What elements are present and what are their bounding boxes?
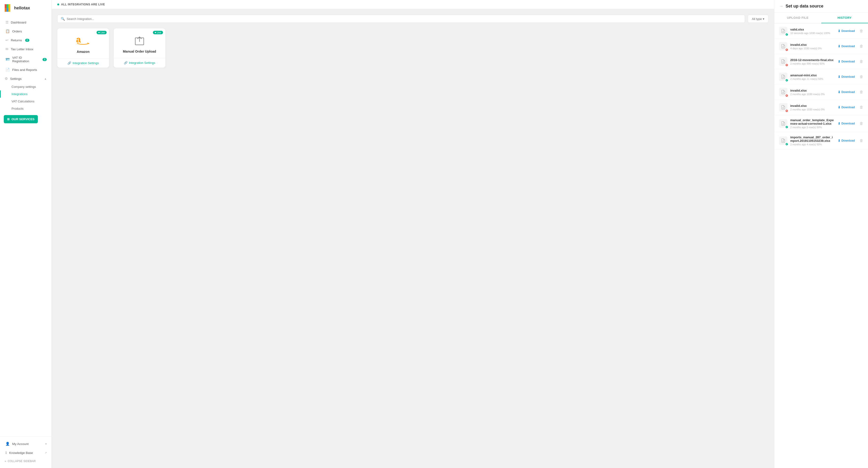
vat-id-badge: 8: [42, 58, 47, 61]
status-text: ALL INTEGRATIONS ARE LIVE: [61, 3, 105, 6]
history-item: ✕ 2016-12-movements-final.xlsx 2 months …: [774, 54, 868, 69]
download-label: Download: [841, 60, 855, 63]
sidebar-item-vat-calculations[interactable]: VAT Calculations: [0, 98, 52, 105]
manual-upload-card: Live Manual Order Upload 🔗 Integ: [114, 28, 165, 68]
manual-upload-card-footer: 🔗 Integration Settings: [114, 58, 165, 67]
file-svg: [781, 74, 785, 79]
collapse-label: COLLAPSE SIDEBAR: [8, 460, 36, 463]
file-name: amanual-mini.xlsx: [790, 73, 835, 77]
products-label: Products: [11, 107, 24, 111]
download-button[interactable]: ⬇ Download: [838, 139, 855, 143]
download-label: Download: [841, 75, 855, 79]
download-label: Download: [841, 106, 855, 109]
sidebar-item-dashboard[interactable]: ☰ Dashboard: [0, 18, 52, 27]
my-account-chevron-icon: ▾: [45, 442, 47, 445]
delete-button[interactable]: 🗑: [860, 44, 863, 49]
amazon-live-dot: [98, 32, 100, 33]
file-icon: ✓: [779, 119, 787, 128]
download-icon: ⬇: [838, 105, 840, 109]
delete-button[interactable]: 🗑: [860, 75, 863, 79]
our-services-button[interactable]: ⊞ OUR SERVICES: [4, 115, 38, 123]
download-label: Download: [841, 90, 855, 94]
download-button[interactable]: ⬇ Download: [838, 29, 855, 33]
sidebar-item-my-account[interactable]: 👤 My Account ▾: [0, 439, 52, 448]
file-icon: ✕: [779, 42, 787, 51]
sidebar-item-company-settings[interactable]: Company settings: [0, 83, 52, 90]
download-button[interactable]: ⬇ Download: [838, 60, 855, 63]
sidebar-item-integrations[interactable]: Integrations: [0, 90, 52, 98]
search-bar[interactable]: 🔍: [57, 15, 745, 23]
download-button[interactable]: ⬇ Download: [838, 75, 855, 79]
manual-upload-live-dot: [155, 32, 156, 33]
manual-upload-card-name: Manual Order Upload: [123, 50, 156, 53]
file-name: imports_manual_287_order_import.20191105…: [790, 135, 835, 143]
sidebar-item-orders[interactable]: 📋 Orders: [0, 27, 52, 36]
download-icon: ⬇: [838, 90, 840, 94]
status-icon: ✕: [785, 94, 788, 97]
history-item: ✓ manual_order_template_Expenses-actual-…: [774, 115, 868, 132]
history-item: ✕ invalid.xlsx 4 days ago 1030 row(s) 0%…: [774, 39, 868, 54]
file-info: 2016-12-movements-final.xlsx 2 months ag…: [790, 58, 835, 65]
sidebar: hellotax ☰ Dashboard 📋 Orders ↩ Returns …: [0, 0, 52, 468]
file-info: imports_manual_287_order_import.20191105…: [790, 135, 835, 146]
file-icon: ✓: [779, 72, 787, 81]
file-name: invalid.xlsx: [790, 104, 835, 107]
sidebar-item-products[interactable]: Products: [0, 105, 52, 112]
my-account-icon: 👤: [5, 442, 10, 446]
delete-button[interactable]: 🗑: [860, 90, 863, 94]
download-button[interactable]: ⬇ Download: [838, 44, 855, 48]
file-svg: [781, 59, 785, 64]
download-button[interactable]: ⬇ Download: [838, 122, 855, 125]
download-label: Download: [841, 29, 855, 33]
tab-history[interactable]: HISTORY: [821, 13, 868, 23]
file-name: invalid.xlsx: [790, 89, 835, 92]
sidebar-item-tax-letter[interactable]: ✉ Tax Letter Inbox: [0, 44, 52, 54]
download-label: Download: [841, 122, 855, 125]
vat-calculations-label: VAT Calculations: [11, 100, 34, 103]
sidebar-item-settings[interactable]: ⚙ Settings ▲: [0, 74, 52, 83]
delete-button[interactable]: 🗑: [860, 105, 863, 110]
sidebar-item-knowledge-base[interactable]: ℹ Knowledge Base ↗: [0, 448, 52, 457]
status-icon: ✕: [785, 48, 788, 52]
file-icon: ✕: [779, 88, 787, 96]
files-icon: 📄: [5, 68, 10, 72]
file-icon: ✕: [779, 103, 787, 112]
delete-button[interactable]: 🗑: [860, 59, 863, 64]
logo-icon: [5, 4, 12, 12]
manual-upload-integration-link[interactable]: 🔗 Integration Settings: [118, 61, 161, 65]
download-button[interactable]: ⬇ Download: [838, 90, 855, 94]
external-link-icon: ↗: [44, 451, 47, 455]
sidebar-item-files[interactable]: 📄 Files and Reports: [0, 65, 52, 74]
filter-label: All type: [752, 17, 762, 21]
knowledge-base-icon: ℹ: [5, 450, 7, 455]
amazon-card-name: Amazon: [77, 50, 90, 54]
collapse-sidebar-button[interactable]: « COLLAPSE SIDEBAR: [0, 457, 52, 465]
sidebar-bottom: 👤 My Account ▾ ℹ Knowledge Base ↗ « COLL…: [0, 436, 52, 468]
sidebar-item-returns[interactable]: ↩ Returns 8: [0, 36, 52, 44]
delete-button[interactable]: 🗑: [860, 29, 863, 33]
manual-upload-live-label: Live: [157, 31, 161, 34]
amazon-card: Live a Amazon 🔗 Integration Setti: [57, 28, 109, 68]
file-svg: [781, 121, 785, 126]
amazon-link-label: Integration Settings: [72, 61, 99, 65]
dashboard-label: Dashboard: [11, 21, 26, 24]
returns-icon: ↩: [5, 38, 8, 42]
file-info: manual_order_template_Expenses-actual-co…: [790, 118, 835, 129]
sidebar-item-vat-id[interactable]: 🪪 VAT ID Registration 8: [0, 54, 52, 65]
tab-upload-file[interactable]: UPLOAD FILE: [774, 13, 821, 23]
download-button[interactable]: ⬇ Download: [838, 105, 855, 109]
search-input[interactable]: [67, 17, 741, 21]
filter-button[interactable]: All type ▾: [748, 15, 768, 23]
amazon-integration-link[interactable]: 🔗 Integration Settings: [62, 61, 104, 65]
panel-body: ✓ valid.xlsx 10 seconds ago 1030 row(s) …: [774, 24, 868, 468]
delete-button[interactable]: 🗑: [860, 121, 863, 126]
status-icon: ✕: [785, 63, 788, 67]
file-info: amanual-mini.xlsx 2 months ago 11 row(s)…: [790, 73, 835, 80]
delete-button[interactable]: 🗑: [860, 138, 863, 143]
amazon-logo: a: [76, 35, 90, 47]
file-svg: [781, 105, 785, 110]
file-meta: 2 months ago 1030 row(s) 0%: [790, 108, 835, 111]
history-item: ✓ imports_manual_287_order_import.201911…: [774, 132, 868, 149]
status-icon: ✓: [785, 79, 788, 82]
panel-back-button[interactable]: →: [779, 4, 783, 9]
